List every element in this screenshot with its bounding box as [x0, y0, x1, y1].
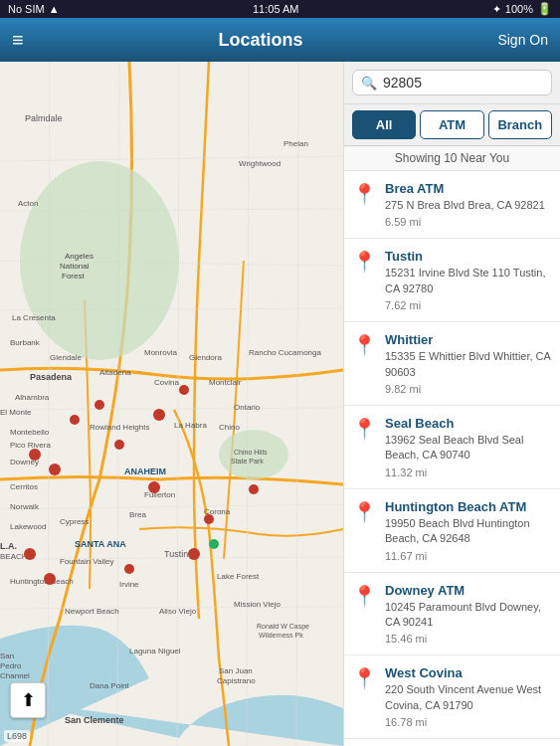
list-item[interactable]: 📍 Downey ATM 10245 Paramount Blvd Downey… [344, 573, 560, 656]
svg-text:Wrightwood: Wrightwood [239, 159, 280, 168]
search-box: 🔍 [352, 70, 552, 95]
list-item[interactable]: 📍 West Covina 220 South Vincent Avenue W… [344, 655, 560, 739]
main-content: Palmdale Acton Phelan Wrightwood Angeles… [0, 62, 560, 746]
status-right: ✦ 100% 🔋 [492, 2, 552, 16]
filter-branch-button[interactable]: Branch [488, 110, 552, 139]
carrier-label: No SIM [8, 3, 45, 15]
svg-point-86 [204, 514, 214, 524]
map-credit: L698 [4, 730, 30, 742]
svg-text:El Monte: El Monte [0, 408, 32, 417]
list-item[interactable]: 📍 Brea ATM 275 N Brea Blvd Brea, CA 9282… [344, 171, 560, 239]
compass-button[interactable]: ⬆ [10, 682, 46, 718]
svg-text:Montclair: Montclair [209, 378, 242, 387]
svg-text:Huntington Beach: Huntington Beach [10, 577, 74, 586]
svg-text:Rowland Heights: Rowland Heights [90, 423, 149, 432]
location-name: Downey ATM [385, 583, 552, 598]
svg-point-81 [179, 385, 189, 395]
svg-text:Laguna Niguel: Laguna Niguel [129, 647, 181, 655]
menu-button[interactable]: ≡ [12, 29, 24, 52]
location-info: Tustin 15231 Irvine Blvd Ste 110 Tustin,… [385, 249, 552, 311]
pin-icon: 📍 [352, 666, 377, 690]
location-name: Seal Beach [385, 416, 552, 431]
sign-on-button[interactable]: Sign On [497, 32, 548, 48]
location-info: Huntington Beach ATM 19950 Beach Blvd Hu… [385, 499, 552, 562]
svg-text:Monrovia: Monrovia [144, 348, 177, 357]
svg-point-77 [44, 573, 56, 585]
location-info: Whittier 15335 E Whittier Blvd Whittier,… [385, 332, 552, 395]
location-address: 10245 Paramount Blvd Downey, CA 90241 [385, 600, 552, 631]
svg-text:Pico Rivera: Pico Rivera [10, 441, 51, 450]
location-distance: 7.62 mi [385, 299, 552, 311]
filter-atm-button[interactable]: ATM [420, 110, 483, 139]
search-input[interactable] [383, 75, 543, 91]
svg-text:Glendora: Glendora [189, 353, 222, 362]
svg-text:Newport Beach: Newport Beach [65, 607, 119, 616]
svg-point-74 [188, 548, 200, 560]
svg-text:Capistrano: Capistrano [217, 676, 256, 685]
location-info: Brea ATM 275 N Brea Blvd Brea, CA 92821 … [385, 181, 552, 228]
location-info: Seal Beach 13962 Seal Beach Blvd Seal Be… [385, 416, 552, 478]
svg-text:La Cresenta: La Cresenta [12, 313, 56, 322]
svg-text:Lakewood: Lakewood [10, 522, 46, 531]
right-panel: 🔍 All ATM Branch Showing 10 Near You 📍 B… [343, 62, 560, 746]
svg-text:San: San [0, 652, 14, 660]
location-info: West Covina 220 South Vincent Avenue Wes… [385, 665, 552, 728]
svg-text:Lake Forest: Lake Forest [217, 572, 260, 581]
svg-text:Altadena: Altadena [99, 368, 131, 377]
svg-text:Chino Hills: Chino Hills [234, 449, 268, 456]
pin-icon: 📍 [352, 584, 377, 608]
list-item[interactable]: 📍 Tustin 15231 Irvine Blvd Ste 110 Tusti… [344, 239, 560, 322]
location-distance: 15.46 mi [385, 633, 552, 645]
location-distance: 6.59 mi [385, 216, 552, 228]
time-label: 11:05 AM [253, 3, 298, 15]
location-distance: 16.78 mi [385, 716, 552, 728]
location-distance: 11.67 mi [385, 550, 552, 562]
filter-row: All ATM Branch [344, 104, 560, 146]
location-distance: 9.82 mi [385, 383, 552, 395]
wifi-icon: ▲ [49, 3, 60, 15]
battery-icon: 🔋 [537, 2, 552, 16]
pin-icon: 📍 [352, 500, 377, 524]
svg-text:Wilderness Pk: Wilderness Pk [259, 632, 303, 639]
svg-text:Ronald W Caspe: Ronald W Caspe [257, 623, 309, 631]
svg-text:Aliso Viejo: Aliso Viejo [159, 607, 197, 616]
svg-text:Dana Point: Dana Point [90, 681, 129, 690]
pin-icon: 📍 [352, 417, 377, 441]
location-address: 19950 Beach Blvd Huntington Beach, CA 92… [385, 516, 552, 547]
list-item[interactable]: 📍 Seal Beach 13962 Seal Beach Blvd Seal … [344, 406, 560, 489]
svg-text:Montebello: Montebello [10, 428, 50, 437]
location-name: Tustin [385, 249, 552, 264]
location-name: Brea ATM [385, 181, 552, 196]
svg-point-80 [94, 400, 104, 410]
svg-point-14 [20, 161, 179, 360]
bluetooth-icon: ✦ [492, 3, 501, 16]
location-name: Whittier [385, 332, 552, 347]
svg-text:Acton: Acton [18, 199, 38, 208]
svg-point-82 [70, 415, 80, 425]
map-container[interactable]: Palmdale Acton Phelan Wrightwood Angeles… [0, 62, 343, 746]
list-item[interactable]: 📍 Whittier 15335 E Whittier Blvd Whittie… [344, 322, 560, 406]
pin-icon: 📍 [352, 250, 377, 274]
location-name: West Covina [385, 665, 552, 680]
map-svg: Palmdale Acton Phelan Wrightwood Angeles… [0, 62, 343, 746]
svg-text:Brea: Brea [129, 510, 146, 519]
svg-text:Alhambra: Alhambra [15, 393, 50, 402]
svg-text:Forest: Forest [62, 272, 85, 280]
svg-text:Glendale: Glendale [50, 353, 83, 362]
list-item[interactable]: 📍 Huntington Beach ATM 19950 Beach Blvd … [344, 489, 560, 573]
svg-text:Ontario: Ontario [234, 403, 261, 412]
svg-text:Cerritos: Cerritos [10, 482, 38, 491]
filter-all-button[interactable]: All [352, 110, 416, 139]
svg-point-76 [24, 548, 36, 560]
svg-text:Palmdale: Palmdale [25, 113, 63, 123]
svg-point-79 [153, 409, 165, 421]
compass-icon: ⬆ [21, 689, 36, 711]
svg-point-78 [29, 449, 41, 461]
svg-text:SANTA ANA: SANTA ANA [75, 539, 126, 549]
pin-icon: 📍 [352, 182, 377, 206]
svg-text:ANAHEIM: ANAHEIM [124, 466, 166, 476]
svg-text:BEACH: BEACH [0, 552, 28, 561]
battery-label: 100% [505, 3, 533, 15]
location-address: 220 South Vincent Avenue West Covina, CA… [385, 682, 552, 713]
svg-text:San Clemente: San Clemente [65, 715, 124, 725]
